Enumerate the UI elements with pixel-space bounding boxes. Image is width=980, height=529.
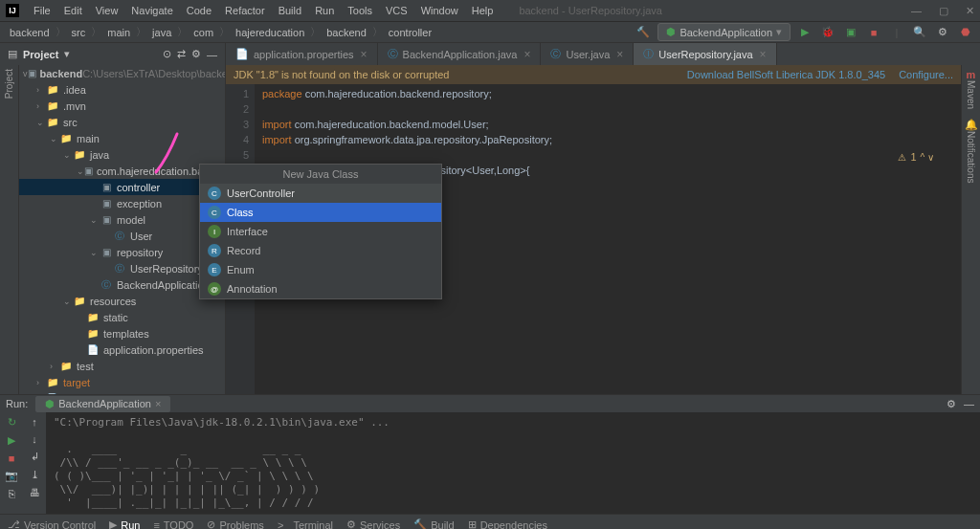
project-panel-header[interactable]: ▤ Project ▾ ⊙ ⇄ ⚙ — — [0, 43, 226, 65]
crumb[interactable]: main — [103, 27, 134, 38]
tab-close-icon[interactable]: × — [523, 48, 530, 61]
print-icon[interactable]: 🖶 — [30, 487, 40, 498]
wrap-icon[interactable]: ↲ — [31, 451, 39, 463]
down-icon[interactable]: ↓ — [32, 433, 37, 445]
tree-item-controller[interactable]: ▣controller — [19, 179, 225, 195]
tree-root[interactable]: v▣backend C:\Users\ExTrA\Desktop\backend… — [19, 65, 225, 81]
menu-run[interactable]: Run — [308, 5, 341, 16]
menu-tools[interactable]: Tools — [341, 5, 379, 16]
tree-item-user[interactable]: ⒸUser — [19, 228, 225, 244]
camera-icon[interactable]: 📷 — [5, 470, 18, 482]
chevron-down-icon[interactable]: ▾ — [64, 48, 70, 60]
expand-all-icon[interactable]: ⇄ — [177, 48, 186, 60]
play-icon[interactable]: ▶ — [8, 434, 15, 447]
tree-item-src[interactable]: ⌄📁src — [19, 114, 225, 130]
tree-item-model[interactable]: ⌄▣model — [19, 211, 225, 228]
tab-user-repository[interactable]: ⒾUserRepository.java× — [634, 43, 776, 65]
menu-navigate[interactable]: Navigate — [124, 5, 179, 16]
select-opened-icon[interactable]: ⊙ — [163, 48, 171, 60]
ide-errors-icon[interactable]: ⬣ — [957, 24, 974, 41]
project-tab-vertical[interactable]: Project — [4, 69, 14, 99]
menu-file[interactable]: File — [27, 5, 57, 16]
crumb[interactable]: src — [68, 27, 90, 38]
popup-item-class[interactable]: CClass — [200, 203, 441, 222]
maven-icon[interactable]: m — [967, 69, 976, 80]
minimize-icon[interactable]: — — [911, 5, 922, 17]
tree-item--idea[interactable]: ›📁.idea — [19, 81, 225, 98]
tab-application-properties[interactable]: 📄application.properties× — [226, 43, 378, 65]
crumb[interactable]: controller — [385, 27, 435, 38]
popup-item-interface[interactable]: IInterface — [200, 222, 441, 241]
bottom-terminal[interactable]: >_Terminal — [278, 519, 333, 530]
exit-icon[interactable]: ⎘ — [9, 488, 15, 499]
tree-item-target[interactable]: ›📁target — [19, 374, 225, 390]
bell-icon[interactable]: 🔔 — [965, 119, 978, 131]
inspection-badge[interactable]: ⚠ 1 ^ ∨ — [898, 151, 934, 163]
stop-icon[interactable]: ■ — [865, 24, 882, 41]
rerun-icon[interactable]: ↻ — [8, 416, 16, 429]
tree-item-exception[interactable]: ▣exception — [19, 195, 225, 211]
tab-close-icon[interactable]: × — [616, 48, 623, 61]
menu-help[interactable]: Help — [465, 5, 501, 16]
close-icon[interactable]: ✕ — [966, 5, 974, 17]
run-config-selector[interactable]: ⬢ BackendApplication ▾ — [657, 23, 791, 41]
class-name-input[interactable] — [227, 187, 434, 199]
popup-item-record[interactable]: RRecord — [200, 241, 441, 260]
tree-item-application-properties[interactable]: 📄application.properties — [19, 342, 225, 358]
tree-item-userrepository[interactable]: ⒸUserRepository — [19, 260, 225, 276]
tree-item-com-hajereducation-backend[interactable]: ⌄▣com.hajereducation.backend — [19, 163, 225, 179]
bottom-services[interactable]: ⚙Services — [346, 518, 400, 529]
maximize-icon[interactable]: ▢ — [939, 5, 948, 17]
run-output[interactable]: "C:\Program Files\Java\jdk-18.0.2.1\bin\… — [46, 412, 980, 514]
gear-icon[interactable]: ⚙ — [947, 398, 956, 410]
menu-refactor[interactable]: Refactor — [218, 5, 272, 16]
tree-item--gitignore[interactable]: 📄.gitignore — [19, 390, 225, 394]
menu-vcs[interactable]: VCS — [379, 5, 414, 16]
tab-close-icon[interactable]: × — [155, 398, 161, 409]
tree-item-resources[interactable]: ⌄📁resources — [19, 293, 225, 309]
tab-backend-application[interactable]: ⒸBackendApplication.java× — [378, 43, 542, 65]
popup-item-enum[interactable]: EEnum — [200, 260, 441, 279]
menu-edit[interactable]: Edit — [57, 5, 89, 16]
play-icon[interactable]: ▶ — [796, 24, 813, 41]
tab-user[interactable]: ⒸUser.java× — [541, 43, 634, 65]
hide-icon[interactable]: — — [964, 398, 974, 409]
tree-item-test[interactable]: ›📁test — [19, 358, 225, 374]
tab-close-icon[interactable]: × — [760, 48, 767, 61]
settings-icon[interactable]: ⚙ — [934, 24, 951, 41]
hammer-icon[interactable]: 🔨 — [635, 24, 652, 41]
popup-name-field[interactable]: C — [200, 184, 441, 203]
download-jdk-link[interactable]: Download BellSoft Liberica JDK 1.8.0_345 — [687, 69, 885, 80]
stop-icon[interactable]: ■ — [9, 452, 15, 464]
tree-item-templates[interactable]: 📁templates — [19, 325, 225, 342]
bottom-problems[interactable]: ⊘Problems — [207, 518, 263, 529]
crumb[interactable]: com — [189, 27, 217, 38]
gear-icon[interactable]: ⚙ — [191, 48, 201, 60]
crumb[interactable]: backend — [6, 27, 54, 38]
notifications-tab-vertical[interactable]: Notifications — [966, 131, 976, 183]
maven-tab-vertical[interactable]: Maven — [966, 80, 976, 109]
crumb[interactable]: java — [148, 27, 175, 38]
configure-jdk-link[interactable]: Configure... — [899, 69, 953, 80]
menu-build[interactable]: Build — [272, 5, 308, 16]
run-tab[interactable]: ⬢ BackendApplication × — [35, 396, 170, 412]
tree-item-backendapplication[interactable]: ⒸBackendApplication — [19, 276, 225, 293]
bottom-run[interactable]: ▶Run — [109, 518, 140, 529]
scroll-icon[interactable]: ⤓ — [31, 469, 39, 481]
coverage-icon[interactable]: ▣ — [842, 24, 859, 41]
tree-item-repository[interactable]: ⌄▣repository — [19, 244, 225, 260]
bottom-build[interactable]: 🔨Build — [413, 518, 454, 529]
tree-item-java[interactable]: ⌄📁java — [19, 146, 225, 163]
bottom-todo[interactable]: ≡TODO — [153, 519, 193, 530]
search-icon[interactable]: 🔍 — [911, 24, 928, 41]
tree-item--mvn[interactable]: ›📁.mvn — [19, 98, 225, 114]
crumb[interactable]: backend — [323, 27, 370, 38]
project-tree[interactable]: v▣backend C:\Users\ExTrA\Desktop\backend… — [19, 65, 226, 394]
tab-close-icon[interactable]: × — [361, 48, 368, 61]
debug-icon[interactable]: 🐞 — [819, 24, 836, 41]
tree-item-static[interactable]: 📁static — [19, 309, 225, 325]
tree-item-main[interactable]: ⌄📁main — [19, 130, 225, 146]
menu-view[interactable]: View — [89, 5, 125, 16]
menu-code[interactable]: Code — [180, 5, 218, 16]
bottom-version-control[interactable]: ⎇Version Control — [8, 518, 96, 529]
